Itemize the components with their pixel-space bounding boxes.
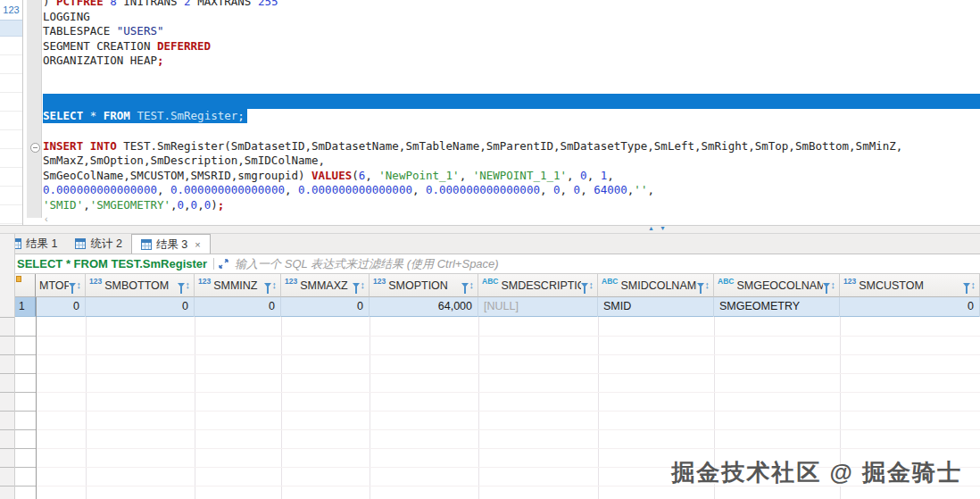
code-line[interactable]: SEGMENT CREATION DEFERRED (43, 39, 211, 54)
sql-token: 0.000000000000000 (43, 183, 157, 196)
results-tabbar: 结果 1统计 2结果 3× (15, 234, 980, 254)
left-strip-row-line (0, 411, 14, 412)
column-type-icon: ABC (602, 277, 618, 286)
results-tab-3[interactable]: 结果 3× (131, 234, 211, 254)
left-strip-cell (0, 130, 22, 149)
filter-icon[interactable] (963, 283, 970, 287)
sql-token: , (647, 183, 654, 196)
filter-icon[interactable] (823, 283, 830, 287)
table-row[interactable]: 1000064,000[NULL]SMIDSMGEOMETRY0 (15, 297, 980, 317)
left-partial-grid-top: 123 (0, 0, 23, 225)
row-header-line (15, 429, 36, 430)
column-type-icon: ABC (482, 277, 498, 286)
sql-token: 0.000000000000000 (298, 183, 412, 196)
sort-icon[interactable]: ↕ (361, 280, 366, 290)
sql-token: ORGANIZATION HEAP (43, 54, 157, 67)
column-name: SMMAXZ (300, 279, 347, 292)
filter-icon[interactable] (461, 283, 469, 287)
tab-label: 结果 1 (26, 237, 57, 252)
scroll-left-icon[interactable]: ‹ (45, 214, 48, 224)
filter-icon[interactable] (353, 283, 360, 287)
row-header-line (15, 411, 36, 412)
cell-SMIDCOLNAME[interactable]: SMID (598, 297, 714, 317)
row-header[interactable]: 1 (15, 297, 36, 316)
code-line[interactable]: ORGANIZATION HEAP; (43, 54, 163, 69)
cell-SMDESCRIPTION[interactable]: [NULL] (478, 297, 598, 317)
sort-icon[interactable]: ↕ (186, 280, 191, 290)
column-header-SMDESCRIPTION[interactable]: ABCSMDESCRIPTION↕ (478, 274, 598, 297)
code-line[interactable]: SmGeoColName,SMCUSTOM,SMSRID,smgroupid) … (43, 169, 614, 184)
expand-filter-icon[interactable] (218, 258, 229, 270)
code-line[interactable] (43, 94, 980, 109)
close-icon[interactable]: × (195, 239, 200, 250)
sort-icon[interactable]: ↕ (705, 280, 710, 290)
results-filter-bar: SELECT * FROM TEST.SmRegister 输入一个 SQL 表… (15, 254, 980, 274)
row-grid-line (37, 392, 980, 393)
results-tab-2[interactable]: 统计 2 (66, 234, 130, 254)
cell-SMBOTTOM[interactable]: 0 (86, 297, 195, 317)
collapse-up-icon[interactable]: ▲ (648, 225, 660, 231)
row-header-border (36, 297, 37, 499)
sql-token: , (197, 198, 204, 212)
column-grid-line (195, 317, 195, 499)
column-header-SMMAXZ[interactable]: 123SMMAXZ↕ (281, 274, 370, 297)
code-line[interactable]: ) PCTFREE 8 INITRANS 2 MAXTRANS 255 (43, 0, 278, 10)
sql-token: DEFERRED (157, 39, 211, 53)
filter-icon[interactable] (264, 283, 271, 287)
filter-icon[interactable] (697, 283, 704, 287)
cell-MTOP[interactable]: 0 (36, 297, 86, 317)
sql-token: , (587, 169, 601, 182)
sql-token: 'NewPoint_1' (378, 169, 459, 182)
filter-icon[interactable] (69, 283, 76, 287)
column-header-MTOP[interactable]: MTOP↕ (36, 274, 86, 297)
sort-icon[interactable]: ↕ (589, 280, 594, 290)
sort-icon[interactable]: ↕ (971, 280, 976, 290)
sort-icon[interactable]: ↕ (77, 280, 82, 290)
left-strip-row-line (0, 429, 14, 430)
code-line[interactable]: SmMaxZ,SmOption,SmDescription,SmIDColNam… (43, 154, 325, 169)
cell-SMMINZ[interactable]: 0 (195, 297, 281, 317)
code-line[interactable]: SELECT * FROM TEST.SmRegister; (43, 109, 247, 124)
table-grid-icon (15, 238, 21, 249)
column-header-SMIDCOLNAME[interactable]: ABCSMIDCOLNAME↕ (598, 274, 714, 297)
grid-corner-cell[interactable] (15, 274, 36, 297)
sql-token: ; (157, 54, 164, 67)
filter-icon[interactable] (178, 283, 185, 287)
column-header-SMCUSTOM[interactable]: 123SMCUSTOM↕ (840, 274, 980, 297)
results-tab-1[interactable]: 结果 1 (15, 234, 66, 254)
left-strip-cell (0, 187, 22, 205)
sort-icon[interactable]: ↕ (272, 280, 278, 290)
column-header-SMOPTION[interactable]: 123SMOPTION↕ (370, 274, 478, 297)
filter-icon[interactable] (581, 283, 588, 287)
sql-token: TABLESPACE (43, 24, 117, 37)
sql-token: SEGMENT CREATION (43, 39, 157, 53)
sql-token: 8 (110, 0, 117, 8)
sql-token: PCTFREE (56, 0, 104, 8)
code-line[interactable]: INSERT INTO TEST.SmRegister(SmDatasetID,… (43, 139, 902, 154)
sort-icon[interactable]: ↕ (831, 280, 836, 290)
filter-input[interactable]: 输入一个 SQL 表达式来过滤结果 (使用 Ctrl+Space) (235, 256, 499, 272)
left-strip-cell (0, 168, 22, 187)
sql-token: , (460, 169, 473, 182)
column-header-SMMINZ[interactable]: 123SMMINZ↕ (195, 274, 281, 297)
cell-SMGEOCOLNAME[interactable]: SMGEOMETRY (714, 297, 840, 317)
code-line[interactable]: TABLESPACE "USERS" (43, 24, 163, 39)
collapse-down-icon[interactable]: ▼ (660, 225, 671, 231)
cell-SMMAXZ[interactable]: 0 (281, 297, 370, 317)
fold-collapse-icon[interactable] (30, 143, 40, 153)
code-area[interactable]: ) PCTFREE 8 INITRANS 2 MAXTRANS 255LOGGI… (23, 0, 980, 225)
sql-editor[interactable]: ) PCTFREE 8 INITRANS 2 MAXTRANS 255LOGGI… (23, 0, 980, 225)
code-line[interactable]: 'SMID','SMGEOMETRY',0,0,0); (43, 198, 224, 213)
code-line[interactable]: LOGGING (43, 10, 90, 25)
column-header-SMBOTTOM[interactable]: 123SMBOTTOM↕ (86, 274, 195, 297)
column-name: SMIDCOLNAME (620, 279, 696, 292)
sql-token: , (157, 183, 170, 196)
column-header-SMGEOCOLNAME[interactable]: ABCSMGEOCOLNAME↕ (714, 274, 840, 297)
sort-icon[interactable]: ↕ (469, 280, 475, 290)
code-line[interactable]: 0.000000000000000, 0.000000000000000, 0.… (43, 183, 654, 198)
editor-results-sash[interactable]: ▲▼ (0, 225, 980, 234)
cell-SMOPTION[interactable]: 64,000 (370, 297, 478, 317)
column-grid-line (281, 317, 282, 499)
cell-SMCUSTOM[interactable]: 0 (840, 297, 980, 317)
sql-token: , (83, 198, 90, 212)
